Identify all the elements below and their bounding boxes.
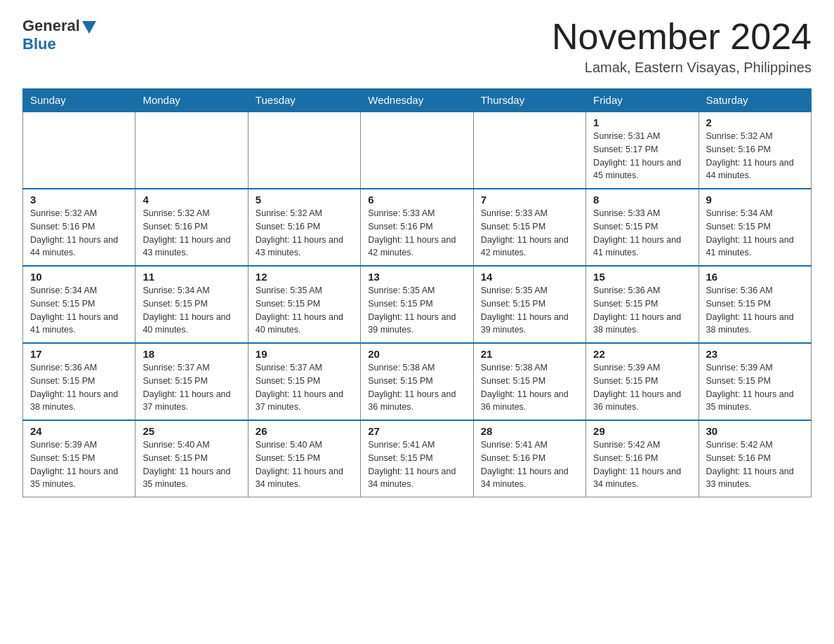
day-info: Sunrise: 5:35 AM (368, 284, 465, 297)
day-info: Sunset: 5:15 PM (143, 375, 240, 388)
calendar-cell: 30Sunrise: 5:42 AMSunset: 5:16 PMDayligh… (699, 420, 811, 497)
day-info: Daylight: 11 hours and 39 minutes. (368, 311, 465, 337)
day-number: 26 (256, 425, 353, 437)
day-number: 17 (30, 348, 128, 360)
day-number: 12 (256, 271, 353, 283)
day-info: Sunset: 5:15 PM (30, 452, 128, 465)
calendar-cell: 8Sunrise: 5:33 AMSunset: 5:15 PMDaylight… (586, 189, 699, 266)
day-info: Sunset: 5:16 PM (256, 220, 353, 234)
day-info: Sunrise: 5:34 AM (143, 284, 240, 297)
calendar-cell: 23Sunrise: 5:39 AMSunset: 5:15 PMDayligh… (699, 343, 811, 420)
calendar-cell: 28Sunrise: 5:41 AMSunset: 5:16 PMDayligh… (473, 420, 585, 497)
day-info: Sunset: 5:16 PM (481, 452, 578, 465)
day-info: Daylight: 11 hours and 34 minutes. (593, 465, 691, 492)
day-of-week-header: Thursday (473, 89, 585, 112)
calendar-cell (473, 112, 585, 189)
calendar-cell: 9Sunrise: 5:34 AMSunset: 5:15 PMDaylight… (699, 189, 811, 266)
day-info: Daylight: 11 hours and 39 minutes. (481, 311, 578, 337)
day-info: Sunset: 5:15 PM (256, 452, 353, 465)
calendar-cell: 10Sunrise: 5:34 AMSunset: 5:15 PMDayligh… (23, 266, 135, 343)
day-info: Sunset: 5:15 PM (256, 297, 353, 311)
day-info: Sunset: 5:16 PM (706, 143, 804, 156)
calendar-cell: 25Sunrise: 5:40 AMSunset: 5:15 PMDayligh… (135, 420, 248, 497)
day-of-week-header: Sunday (23, 89, 135, 112)
day-info: Daylight: 11 hours and 44 minutes. (30, 234, 128, 260)
day-info: Sunset: 5:15 PM (593, 297, 691, 311)
day-info: Daylight: 11 hours and 41 minutes. (30, 311, 128, 337)
calendar-cell: 14Sunrise: 5:35 AMSunset: 5:15 PMDayligh… (473, 266, 585, 343)
calendar-cell (361, 112, 473, 189)
day-info: Daylight: 11 hours and 34 minutes. (481, 465, 578, 492)
day-info: Daylight: 11 hours and 35 minutes. (143, 465, 240, 492)
day-info: Daylight: 11 hours and 45 minutes. (593, 156, 691, 183)
day-info: Daylight: 11 hours and 41 minutes. (706, 234, 804, 260)
day-number: 18 (143, 348, 240, 360)
day-info: Sunset: 5:15 PM (481, 220, 578, 234)
day-info: Daylight: 11 hours and 44 minutes. (706, 156, 804, 183)
day-info: Sunrise: 5:33 AM (593, 207, 691, 220)
day-info: Daylight: 11 hours and 38 minutes. (706, 311, 804, 337)
week-row: 3Sunrise: 5:32 AMSunset: 5:16 PMDaylight… (23, 189, 812, 266)
day-info: Sunrise: 5:32 AM (143, 207, 240, 220)
day-info: Daylight: 11 hours and 43 minutes. (256, 234, 353, 260)
day-info: Sunset: 5:16 PM (143, 220, 240, 234)
day-info: Daylight: 11 hours and 35 minutes. (30, 465, 128, 492)
day-info: Sunset: 5:15 PM (368, 452, 465, 465)
day-info: Sunrise: 5:38 AM (481, 361, 578, 375)
day-info: Sunset: 5:15 PM (706, 375, 804, 388)
logo-blue-text: Blue (22, 35, 56, 53)
day-of-week-header: Tuesday (248, 89, 360, 112)
day-of-week-header: Monday (135, 89, 248, 112)
page-header: General Blue November 2024 Lamak, Easter… (22, 17, 812, 76)
day-info: Sunrise: 5:32 AM (30, 207, 128, 220)
calendar-cell: 15Sunrise: 5:36 AMSunset: 5:15 PMDayligh… (586, 266, 699, 343)
day-info: Daylight: 11 hours and 37 minutes. (256, 388, 353, 415)
logo-general-text: General (22, 17, 80, 35)
day-info: Sunset: 5:15 PM (30, 375, 128, 388)
calendar-cell: 17Sunrise: 5:36 AMSunset: 5:15 PMDayligh… (23, 343, 135, 420)
calendar-cell: 27Sunrise: 5:41 AMSunset: 5:15 PMDayligh… (361, 420, 473, 497)
logo-triangle-icon (82, 21, 96, 34)
day-info: Sunrise: 5:38 AM (368, 361, 465, 375)
day-number: 29 (593, 425, 691, 437)
day-info: Sunrise: 5:42 AM (593, 438, 691, 452)
day-info: Daylight: 11 hours and 33 minutes. (706, 465, 804, 492)
day-info: Sunset: 5:15 PM (143, 452, 240, 465)
calendar-cell: 6Sunrise: 5:33 AMSunset: 5:16 PMDaylight… (361, 189, 473, 266)
calendar-cell: 18Sunrise: 5:37 AMSunset: 5:15 PMDayligh… (135, 343, 248, 420)
calendar-cell: 12Sunrise: 5:35 AMSunset: 5:15 PMDayligh… (248, 266, 360, 343)
day-info: Daylight: 11 hours and 42 minutes. (368, 234, 465, 260)
day-number: 20 (368, 348, 465, 360)
day-info: Sunrise: 5:36 AM (706, 284, 804, 297)
day-info: Sunset: 5:15 PM (256, 375, 353, 388)
day-info: Sunset: 5:15 PM (481, 297, 578, 311)
week-row: 10Sunrise: 5:34 AMSunset: 5:15 PMDayligh… (23, 266, 812, 343)
calendar-cell: 22Sunrise: 5:39 AMSunset: 5:15 PMDayligh… (586, 343, 699, 420)
calendar-cell: 13Sunrise: 5:35 AMSunset: 5:15 PMDayligh… (361, 266, 473, 343)
day-number: 19 (256, 348, 353, 360)
day-number: 5 (256, 194, 353, 206)
day-info: Sunset: 5:16 PM (30, 220, 128, 234)
day-number: 13 (368, 271, 465, 283)
day-number: 3 (30, 194, 128, 206)
day-info: Daylight: 11 hours and 40 minutes. (256, 311, 353, 337)
calendar-cell: 11Sunrise: 5:34 AMSunset: 5:15 PMDayligh… (135, 266, 248, 343)
logo: General Blue (22, 17, 96, 53)
calendar-cell: 26Sunrise: 5:40 AMSunset: 5:15 PMDayligh… (248, 420, 360, 497)
day-info: Sunset: 5:15 PM (706, 297, 804, 311)
calendar-cell: 1Sunrise: 5:31 AMSunset: 5:17 PMDaylight… (586, 112, 699, 189)
calendar-cell: 24Sunrise: 5:39 AMSunset: 5:15 PMDayligh… (23, 420, 135, 497)
day-info: Sunset: 5:15 PM (368, 375, 465, 388)
day-info: Sunrise: 5:36 AM (593, 284, 691, 297)
day-number: 25 (143, 425, 240, 437)
calendar-cell: 2Sunrise: 5:32 AMSunset: 5:16 PMDaylight… (699, 112, 811, 189)
day-info: Sunset: 5:15 PM (706, 220, 804, 234)
calendar-cell: 29Sunrise: 5:42 AMSunset: 5:16 PMDayligh… (586, 420, 699, 497)
week-row: 24Sunrise: 5:39 AMSunset: 5:15 PMDayligh… (23, 420, 812, 497)
calendar-cell: 4Sunrise: 5:32 AMSunset: 5:16 PMDaylight… (135, 189, 248, 266)
day-info: Sunrise: 5:31 AM (593, 130, 691, 143)
day-number: 1 (593, 116, 691, 128)
day-info: Daylight: 11 hours and 37 minutes. (143, 388, 240, 415)
calendar-cell: 7Sunrise: 5:33 AMSunset: 5:15 PMDaylight… (473, 189, 585, 266)
day-number: 30 (706, 425, 804, 437)
